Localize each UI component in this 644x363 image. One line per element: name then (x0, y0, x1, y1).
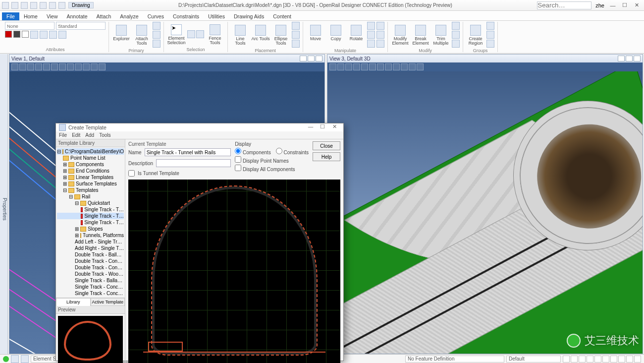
radio-constraints[interactable]: Constraints (276, 148, 309, 155)
vt-icon[interactable] (353, 63, 360, 70)
man-icon[interactable] (376, 22, 384, 30)
menu-add[interactable]: Add (85, 132, 94, 138)
place-icon[interactable] (292, 40, 300, 48)
vt-icon[interactable] (67, 63, 74, 70)
trim-multiple-button[interactable]: Trim Multiple (431, 24, 450, 46)
tab-drawing-aids[interactable]: Drawing Aids (229, 12, 268, 20)
tree-leaf[interactable]: Double Track - Ball… (57, 251, 124, 258)
qat-icon[interactable] (11, 2, 18, 9)
check-point-names[interactable]: Display Point Names (235, 156, 309, 164)
view-max-icon[interactable] (626, 56, 633, 61)
tree-node[interactable]: ⊞Slopes (57, 226, 124, 232)
prim-icon[interactable] (153, 40, 161, 48)
element-selection-button[interactable]: ➤Element Selection (167, 23, 186, 45)
template-canvas[interactable] (128, 180, 340, 363)
view-max-icon[interactable] (308, 56, 315, 61)
attr-icon[interactable] (30, 31, 38, 39)
qat-icon[interactable] (30, 2, 37, 9)
mod-icon[interactable] (452, 22, 460, 30)
view-min-icon[interactable] (618, 56, 625, 61)
man-icon[interactable] (376, 31, 384, 39)
fence-tools-button[interactable]: Fence Tools (206, 23, 224, 45)
tree-leaf[interactable]: Double Track - Woo… (57, 271, 124, 277)
man-icon[interactable] (367, 22, 375, 30)
tree-leaf[interactable]: Single Track - Conc… (57, 284, 124, 290)
vt-icon[interactable] (377, 63, 384, 70)
sb-icon[interactable] (579, 356, 586, 363)
tree-node[interactable]: Point Name List (57, 155, 124, 161)
tab-curves[interactable]: Curves (143, 12, 168, 20)
lineweight-swatch[interactable] (13, 31, 20, 38)
tab-utilities[interactable]: Utilities (204, 12, 229, 20)
level-field[interactable]: Default (506, 356, 561, 363)
vt-icon[interactable] (19, 63, 26, 70)
copy-button[interactable]: Copy (326, 24, 345, 46)
tree-node[interactable]: ⊞Linear Templates (57, 174, 124, 181)
view-close-icon[interactable] (634, 56, 641, 61)
qat-icon[interactable] (21, 2, 28, 9)
vt-icon[interactable] (369, 63, 376, 70)
linestyle-swatch[interactable] (22, 31, 29, 38)
workflow-dropdown[interactable]: Drawing (68, 2, 94, 8)
place-icon[interactable] (292, 31, 300, 39)
mod-icon[interactable] (452, 31, 460, 39)
vt-icon[interactable] (51, 63, 58, 70)
view-header[interactable]: View 1, Default (9, 55, 324, 62)
sb-icon[interactable] (634, 356, 641, 363)
vt-icon[interactable] (59, 63, 66, 70)
sb-icon[interactable] (21, 355, 29, 363)
attr-icon[interactable] (49, 31, 57, 39)
vt-icon[interactable] (385, 63, 392, 70)
view-canvas-3d[interactable] (327, 71, 643, 354)
man-icon[interactable] (367, 40, 375, 48)
vt-icon[interactable] (11, 63, 18, 70)
vt-icon[interactable] (417, 63, 424, 70)
modify-element-button[interactable]: Modify Element (391, 24, 410, 46)
mod-icon[interactable] (452, 40, 460, 48)
user-label[interactable]: zhe (595, 2, 604, 8)
tab-annotate[interactable]: Annotate (62, 12, 92, 20)
vt-icon[interactable] (99, 63, 106, 70)
explorer-button[interactable]: Explorer (112, 24, 131, 46)
tab-home[interactable]: Home (19, 12, 42, 20)
tree-leaf[interactable]: Single Track - Balla… (57, 277, 124, 284)
sb-icon[interactable] (618, 356, 625, 363)
qat-icon[interactable] (2, 2, 9, 9)
feature-def-field[interactable]: No Feature Definition (405, 356, 504, 363)
tree-node[interactable]: ⊞Tunnels, Platforms (57, 232, 124, 239)
tree-leaf[interactable]: Add Right - Single T… (57, 245, 124, 251)
sb-icon[interactable] (571, 356, 578, 363)
line-tools-button[interactable]: Line Tools (231, 24, 250, 46)
place-icon[interactable] (292, 22, 300, 30)
tree-node[interactable]: ⊟Quickstart (57, 200, 124, 206)
arc-tools-button[interactable]: Arc Tools (251, 24, 270, 46)
vt-icon[interactable] (361, 63, 368, 70)
template-tree[interactable]: ⊟C:\ProgramData\Bentley\OpenR… Point Nam… (56, 147, 125, 298)
qat-icon[interactable] (40, 2, 47, 9)
tab-content[interactable]: Content (268, 12, 296, 20)
dialog-max-icon[interactable]: ☐ (317, 123, 328, 131)
status-dot-icon[interactable] (3, 356, 9, 362)
vt-icon[interactable] (91, 63, 98, 70)
grp-icon[interactable] (486, 40, 494, 48)
vt-icon[interactable] (409, 63, 416, 70)
sb-icon[interactable] (602, 356, 609, 363)
tree-leaf[interactable]: Double Track - Con… (57, 258, 124, 264)
vt-icon[interactable] (393, 63, 400, 70)
sb-icon[interactable] (563, 356, 570, 363)
dialog-close-icon[interactable]: ✕ (328, 123, 340, 131)
prim-icon[interactable] (153, 22, 161, 30)
qat-icon[interactable] (49, 2, 56, 9)
attach-tools-button[interactable]: Attach Tools (132, 24, 151, 46)
tree-node[interactable]: ⊟Rail (57, 193, 124, 200)
ellipse-tools-button[interactable]: Ellipse Tools (271, 24, 290, 46)
sb-icon[interactable] (587, 356, 593, 363)
radio-components[interactable]: Components (235, 148, 270, 155)
prim-icon[interactable] (153, 31, 161, 39)
tab-view[interactable]: View (42, 12, 62, 20)
vt-icon[interactable] (27, 63, 34, 70)
grp-icon[interactable] (486, 22, 494, 30)
tunnel-checkbox[interactable] (128, 170, 135, 177)
tab-active-template[interactable]: Active Template (91, 298, 125, 306)
man-icon[interactable] (376, 40, 384, 48)
